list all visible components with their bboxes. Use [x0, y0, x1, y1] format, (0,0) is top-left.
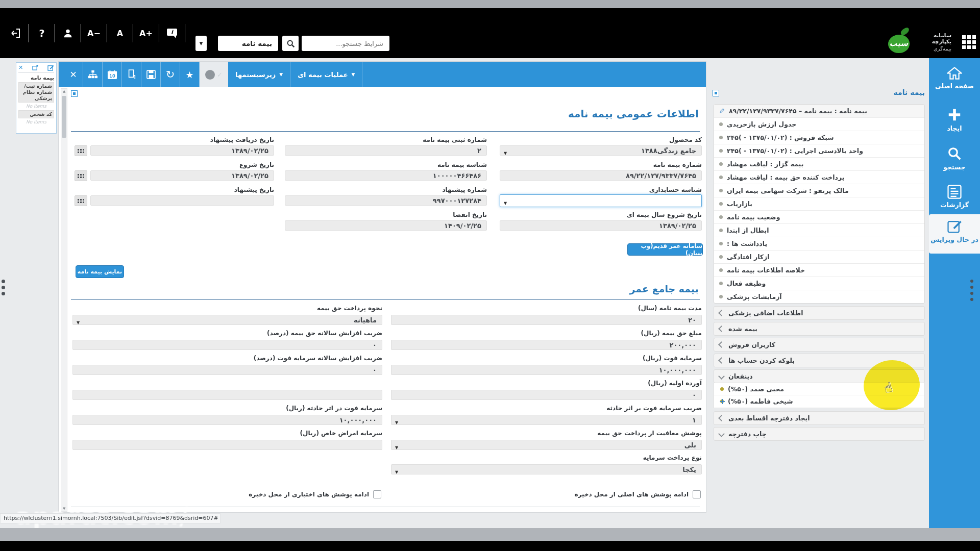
tree-item[interactable]: شبکه فروش : (۱۳۷۵/۰۱/۰۲ - )۲۴۵: [714, 131, 924, 144]
sitemap-icon: [88, 70, 98, 79]
death-capital-field: ۱۰,۰۰۰,۰۰۰: [391, 365, 702, 375]
help-icon[interactable]: ?: [29, 21, 55, 45]
accordion-next-installments[interactable]: ایجاد دفترچه اقساط بعدی: [714, 411, 925, 425]
right-handle-dots: [970, 280, 973, 301]
special-disease-capital-field: [72, 440, 382, 450]
payout-type-select[interactable]: ▼ یکجا: [391, 464, 702, 474]
accordion-print-booklet[interactable]: چاپ دفترچه: [714, 427, 925, 441]
insurance-operations-dropdown[interactable]: عملیات بیمه ای ▼: [290, 62, 362, 87]
module-caret-button[interactable]: ▼: [195, 36, 207, 51]
close-button[interactable]: ✕: [64, 62, 83, 87]
calendar-button[interactable]: 10: [103, 62, 122, 87]
tree-item[interactable]: وظیفه فعال: [714, 277, 924, 290]
accordion-insured[interactable]: بیمه شده: [714, 322, 925, 336]
accordion-medical-info[interactable]: اطلاعات اضافی پزشکی: [714, 306, 925, 320]
info-message-icon[interactable]: i: [159, 21, 185, 45]
new-window-icon[interactable]: [32, 65, 39, 70]
close-icon[interactable]: ✕: [18, 64, 23, 71]
duration-label: مدت بیمه نامه (سال): [391, 305, 702, 312]
logout-icon[interactable]: [3, 21, 29, 45]
exemption-coverage-select[interactable]: ▼ بلی: [391, 440, 702, 450]
sitemap-button[interactable]: [83, 62, 103, 87]
tree-item[interactable]: واحد بالادستی اجرایی : (۱۳۷۵/۰۱/۰۲ - )۲۴…: [714, 144, 924, 158]
tree-item[interactable]: خلاصه اطلاعات بیمه نامه: [714, 264, 924, 277]
tree-item[interactable]: بیمه گزار : لیاقت مهشاد: [714, 158, 924, 171]
tree-item[interactable]: مالک پرتفو : شرکت سهامی بیمه ایران: [714, 184, 924, 197]
policy-id-field: ۱۰۰۰۰۰۴۶۶۴۸۶: [285, 170, 487, 181]
optional-coverage-checkbox[interactable]: [373, 490, 381, 498]
main-coverage-checkbox[interactable]: [693, 490, 701, 498]
player-bar[interactable]: [0, 541, 980, 551]
tree-item[interactable]: جدول ارزش بازخریدی: [714, 118, 924, 131]
chevron-left-icon: [718, 415, 725, 421]
save-button[interactable]: [141, 62, 161, 87]
mini-field-registration[interactable]: شماره ثبت/ شماره نظام پزشکی: [18, 82, 54, 103]
favorite-button[interactable]: ★: [180, 62, 200, 87]
sidebar-item-reports[interactable]: گزارشات: [929, 185, 980, 209]
tree-item[interactable]: ازکار افتادگی: [714, 251, 924, 264]
proposal-receipt-date-field[interactable]: ۱۳۸۹/۰۲/۲۵: [90, 145, 274, 156]
tree-item[interactable]: وضعیت بیمه نامه: [714, 211, 924, 224]
status-toggle[interactable]: ✓: [200, 62, 228, 87]
datepicker-icon[interactable]: [75, 195, 87, 206]
pencil-icon: ✎: [719, 107, 725, 115]
life-section-title: بیمه جامع عمر: [630, 283, 699, 294]
refresh-button[interactable]: ↻: [161, 62, 180, 87]
divider: [29, 24, 29, 42]
tree-item[interactable]: بازاریاب: [714, 197, 924, 211]
premium-increase-field: ۰: [72, 340, 382, 350]
proposal-date-label: تاریخ پیشنهاد: [72, 186, 274, 193]
start-date-field[interactable]: ۱۳۸۹/۰۲/۲۵: [90, 170, 274, 181]
scroll-up-icon[interactable]: ▲: [63, 89, 65, 93]
sidebar-item-editing[interactable]: در حال ویرایش: [929, 214, 980, 254]
module-selector[interactable]: بیمه نامه: [218, 36, 278, 51]
collapse-section-icon[interactable]: [71, 90, 78, 97]
old-life-system-button[interactable]: سامانه عمر قدیم(وب بنیان): [627, 243, 703, 256]
copy-note-button[interactable]: [122, 62, 141, 87]
divider: [107, 24, 107, 42]
scrollbar-thumb[interactable]: [62, 96, 66, 138]
search-button[interactable]: [282, 36, 299, 51]
vertical-scrollbar[interactable]: ▲ ▼: [61, 88, 67, 512]
font-increase-icon[interactable]: A+: [133, 21, 159, 45]
tree-item[interactable]: ابطال از ابتدا: [714, 224, 924, 237]
sidebar-item-create[interactable]: ایجاد: [929, 107, 980, 132]
home-icon: [947, 66, 962, 80]
payment-method-select[interactable]: ▼ ماهیانه: [72, 315, 382, 325]
apps-grid-icon[interactable]: [962, 35, 976, 49]
tree-item[interactable]: پرداخت کننده حق بیمه : لیاقت مهشاد: [714, 171, 924, 184]
show-policy-button[interactable]: نمایش بیمه نامه: [76, 265, 124, 278]
accident-death-capital-label: سرمایه فوت در اثر حادثه (ریال): [72, 405, 382, 412]
plus-icon: [947, 107, 962, 122]
proposal-date-field[interactable]: [90, 195, 274, 206]
duration-field: ۲۰: [391, 315, 702, 325]
subsystems-dropdown[interactable]: زیرسیستمها ▼: [228, 62, 290, 87]
accident-multiplier-label: ضریب سرمایه فوت بر اثر حادثه: [391, 405, 702, 412]
font-decrease-icon[interactable]: A−: [81, 21, 107, 45]
font-normal-icon[interactable]: A: [107, 21, 133, 45]
add-beneficiary-button[interactable]: +: [719, 397, 726, 406]
report-list-icon: [947, 185, 962, 199]
mini-field-person-code[interactable]: کد شخص: [18, 110, 54, 118]
bullet-icon: [719, 162, 723, 166]
tree-item-policy[interactable]: ✎ بیمه نامه : بیمه نامه – ۸۹/۲۲/۱۲۷/۹۳۳۷…: [714, 105, 924, 118]
accordion-sales-users[interactable]: کاربران فروش: [714, 338, 925, 352]
chevron-down-icon: ▼: [504, 149, 507, 158]
chevron-left-icon: [718, 357, 725, 364]
accounting-id-select[interactable]: ▼: [500, 194, 702, 207]
datepicker-icon[interactable]: [75, 170, 87, 181]
accident-multiplier-select[interactable]: ▼ ۱: [391, 415, 702, 425]
tree-item[interactable]: یادداشت ها :: [714, 237, 924, 251]
search-input[interactable]: [302, 36, 389, 51]
tree-item[interactable]: آزمایشات پزشکی: [714, 290, 924, 303]
death-capital-label: سرمایه فوت (ریال): [391, 355, 702, 362]
product-code-select[interactable]: ▼ جامع زندگی۱۳۸۸: [500, 145, 702, 156]
datepicker-icon[interactable]: [75, 145, 87, 156]
edit-icon[interactable]: [47, 65, 54, 71]
sidebar-item-home[interactable]: صفحه اصلی: [929, 66, 980, 90]
user-icon[interactable]: [55, 21, 81, 45]
start-date-label: تاریخ شروع: [72, 161, 274, 168]
sidebar-item-search[interactable]: جستجو: [929, 146, 980, 171]
exemption-coverage-label: پوشش معافیت از پرداخت حق بیمه: [391, 430, 702, 437]
brand-text: سامانه یکپارچه بیمه‌گری: [915, 32, 951, 52]
